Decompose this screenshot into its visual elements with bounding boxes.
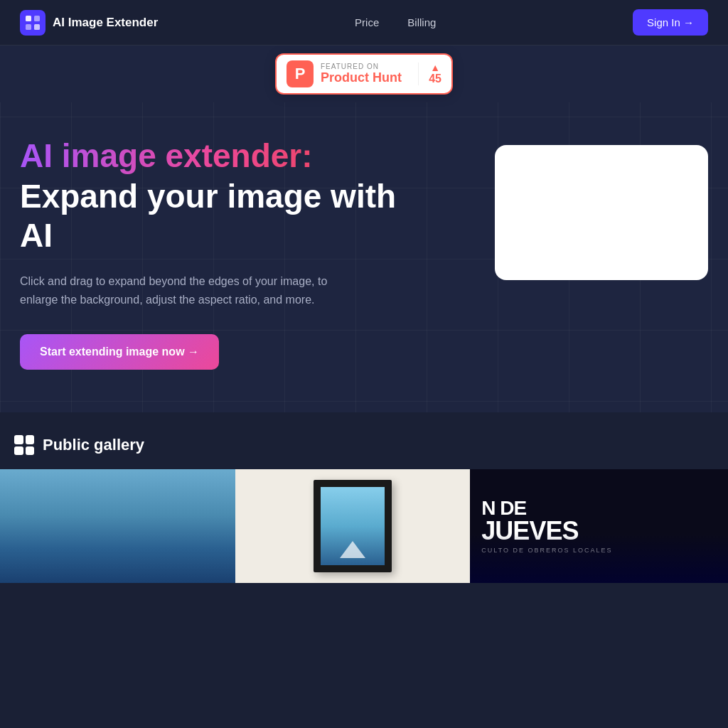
nav-logo: AI Image Extender [20, 10, 158, 36]
gallery-title: Public gallery [43, 436, 144, 454]
gallery-item-3[interactable]: N DE JUEVES CULTO DE OBREROS LOCALES [470, 469, 728, 583]
gallery-grid-icon [14, 435, 34, 455]
frame-outer [314, 480, 392, 572]
hero-image-preview [495, 145, 708, 280]
svg-rect-3 [34, 24, 40, 30]
thumb3-n-de: N DE [481, 498, 526, 518]
ph-name: Product Hunt [321, 70, 402, 85]
ph-featured-label: FEATURED ON [321, 63, 402, 70]
gallery-grid: N DE JUEVES CULTO DE OBREROS LOCALES [0, 469, 728, 583]
gallery-item-2[interactable] [235, 469, 471, 583]
ph-upvote-arrow: ▲ [430, 63, 440, 73]
ph-text-block: FEATURED ON Product Hunt [321, 63, 402, 85]
hero-description: Click and drag to expand beyond the edge… [20, 272, 347, 309]
gallery-header: Public gallery [0, 435, 728, 469]
hero-title-main: Expand your image with AI [20, 177, 404, 255]
svg-rect-0 [26, 16, 31, 21]
thumb3-n: N DE [481, 498, 526, 518]
svg-rect-2 [26, 24, 31, 30]
gallery-item-1[interactable] [0, 469, 235, 583]
svg-rect-1 [34, 16, 40, 21]
gallery-icon-dot-2 [26, 435, 35, 444]
gallery-icon-dot-1 [14, 435, 23, 444]
ph-votes-block: ▲ 45 [418, 63, 441, 85]
hero-section: P FEATURED ON Product Hunt ▲ 45 AI image… [0, 46, 728, 412]
thumb3-crowd-overlay [470, 533, 728, 583]
hero-image-inner [495, 145, 708, 280]
navbar: AI Image Extender Price Billing Sign In … [0, 0, 728, 46]
gallery-icon-dot-4 [26, 446, 35, 456]
gallery-section: Public gallery N DE JUEVES CULTO DE OBRE… [0, 412, 728, 583]
mountain-shape [340, 541, 365, 558]
frame-inner [321, 487, 385, 565]
sign-in-button[interactable]: Sign In → [633, 9, 708, 36]
nav-links: Price Billing [355, 16, 436, 28]
ph-vote-count: 45 [429, 73, 441, 85]
gallery-icon-dot-3 [14, 446, 23, 456]
nav-link-price[interactable]: Price [355, 16, 379, 28]
hero-content: AI image extender: Expand your image wit… [0, 102, 728, 412]
hero-title-gradient: AI image extender: [20, 138, 404, 174]
product-hunt-badge[interactable]: P FEATURED ON Product Hunt ▲ 45 [275, 53, 453, 95]
logo-icon [20, 10, 46, 36]
product-hunt-bar: P FEATURED ON Product Hunt ▲ 45 [0, 46, 728, 102]
ph-logo-letter: P [295, 66, 306, 82]
site-title: AI Image Extender [53, 16, 158, 30]
nav-link-billing[interactable]: Billing [407, 16, 436, 28]
hero-left-panel: AI image extender: Expand your image wit… [20, 131, 404, 370]
product-hunt-logo: P [287, 60, 314, 87]
cta-button[interactable]: Start extending image now → [20, 334, 219, 370]
